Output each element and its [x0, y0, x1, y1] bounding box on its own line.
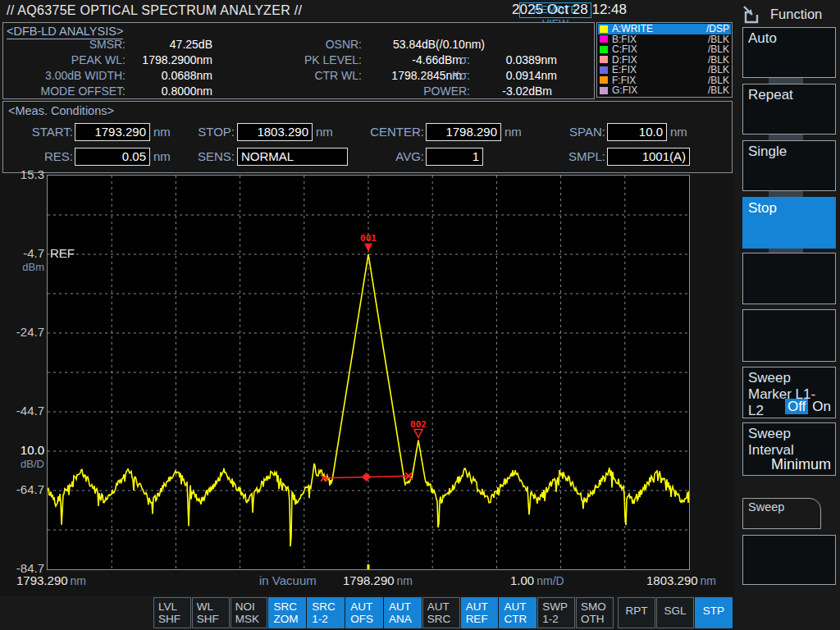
legend-row-f[interactable]: F:FIX/BLK: [598, 75, 731, 86]
peak-wl-value: 1798.2900nm: [126, 53, 212, 68]
toolbar-button-aut-ofs[interactable]: AUTOFS: [345, 597, 383, 628]
center-field[interactable]: 1798.290: [426, 123, 501, 141]
app-title: // AQ6375E OPTICAL SPECTRUM ANALYZER //: [7, 3, 302, 18]
toolbar-button-stp[interactable]: STP: [695, 597, 733, 628]
softkey-blank-1[interactable]: [742, 253, 836, 304]
res-field[interactable]: 0.05: [75, 148, 150, 166]
toolbar-sweep: RPT SGL STP: [618, 597, 733, 628]
softkey-stop[interactable]: Stop: [742, 197, 836, 249]
avg-field[interactable]: 1: [426, 148, 483, 166]
toolbar-button-aut-ref[interactable]: AUTREF: [461, 597, 499, 628]
softkey-connector: [769, 78, 803, 84]
x-axis-tick-label: 1.00nm/D: [510, 573, 564, 587]
width-3db-label: 3.00dB WIDTH:: [3, 69, 126, 84]
toolbar-button-src-1-2[interactable]: SRC1-2: [307, 597, 345, 628]
res-label: RES:: [9, 148, 73, 166]
span-field[interactable]: 10.0: [607, 123, 667, 141]
x-axis-unit-label: nm/D: [536, 574, 564, 587]
side-mode-analysis-line: [321, 472, 412, 481]
trace-color-swatch: [600, 25, 608, 33]
toolbar-main: LVLSHF WLSHF NOIMSK SRCZOM SRC1-2 AUTOFS…: [153, 597, 614, 628]
trace-color-swatch: [600, 35, 608, 43]
ref-level-label: REF: [50, 246, 75, 260]
peak-wl-label: PEAK WL:: [3, 53, 126, 68]
toolbar-button-smo-oth[interactable]: SMOOTH: [576, 597, 614, 628]
start-field[interactable]: 1793.290: [75, 123, 150, 141]
pk-level-label: PK LEVEL:: [212, 53, 362, 68]
legend-row-a[interactable]: A:WRITE/DSP: [598, 24, 731, 34]
function-pointer-icon: [741, 4, 762, 25]
osnr-label: OSNR:: [212, 38, 362, 52]
toolbar-button-aut-ctr[interactable]: AUTCTR: [499, 597, 536, 628]
ctr-wl-label: CTR WL:: [212, 69, 362, 84]
sens-label: SENS:: [169, 148, 235, 166]
sweep-marker-on-toggle[interactable]: On: [812, 399, 831, 414]
x-axis-tick-label: 1803.290nm: [646, 573, 716, 587]
legend-row-e[interactable]: E:FIX/BLK: [598, 65, 731, 75]
smsr-label: SMSR:: [3, 38, 126, 52]
smpl-label: SMPL:: [542, 148, 605, 166]
toolbar-button-src-zom[interactable]: SRCZOM: [268, 597, 306, 628]
x-axis-tick-label: 1793.290nm: [16, 573, 86, 587]
sweep-marker-off-toggle[interactable]: Off: [785, 399, 808, 414]
legend-row-c[interactable]: C:FIX/BLK: [598, 44, 731, 55]
peak-marker-002[interactable]: 002: [410, 419, 427, 438]
stop-unit: nm: [316, 123, 333, 141]
trace-color-swatch: [600, 56, 608, 63]
peak-marker-001[interactable]: 001: [360, 233, 377, 252]
y-axis-unit-label: dBm: [0, 260, 44, 274]
mode-offset-value: 0.8000nm: [126, 84, 212, 99]
y-axis-tick-label: 15.3: [0, 167, 44, 181]
stop-field[interactable]: 1803.290: [237, 123, 313, 141]
legend-row-b[interactable]: B:FIX/BLK: [598, 34, 731, 45]
toolbar-button-aut-ana[interactable]: AUTANA: [384, 597, 422, 628]
datetime: 2025 Oct 28 12:48: [512, 2, 627, 18]
sweep-interval-value: Minimum: [771, 456, 831, 472]
toolbar-button-sgl[interactable]: SGL: [656, 597, 694, 628]
softkey-blank-3[interactable]: [742, 535, 836, 585]
smsr-value: 47.25dB: [126, 38, 212, 52]
toolbar-button-rpt[interactable]: RPT: [618, 597, 655, 628]
spectrum-svg: 001002: [48, 176, 689, 569]
softkey-sweep-marker[interactable]: Sweep Marker L1-L2 OffOn: [742, 367, 836, 418]
sens-field[interactable]: NORMAL: [237, 148, 348, 166]
toolbar-button-swp-1-2[interactable]: SWP1-2: [537, 597, 575, 628]
x-axis-unit-label: nm: [397, 574, 413, 587]
softkey-connector: [769, 191, 803, 197]
smpl-field[interactable]: 1001(A): [607, 148, 690, 166]
span-label: SPAN:: [542, 123, 605, 141]
y-axis-tick-label: 10.0dB/D: [0, 443, 44, 471]
legend-row-d[interactable]: D:FIX/BLK: [598, 55, 731, 66]
toolbar-button-noi-msk[interactable]: NOIMSK: [231, 597, 268, 628]
y-axis-tick-label: -64.7: [0, 482, 44, 496]
trace-legend: A:WRITE/DSPB:FIX/BLKC:FIX/BLKD:FIX/BLKE:…: [596, 22, 733, 98]
start-unit: nm: [153, 123, 171, 141]
spectrum-plot[interactable]: 001002: [47, 175, 690, 570]
toolbar-button-aut-src[interactable]: AUTSRC: [422, 597, 460, 628]
softkey-blank-2[interactable]: [742, 309, 836, 362]
trace-name: G:FIX: [612, 84, 708, 96]
softkey-connector: [769, 135, 803, 140]
chart-region: 15.3-4.7dBm-24.7-44.710.0dB/D-64.7-84.7 …: [0, 174, 734, 596]
toolbar-button-wl-shf[interactable]: WLSHF: [192, 597, 230, 628]
toolbar-button-lvl-shf[interactable]: LVLSHF: [153, 597, 191, 628]
legend-row-g[interactable]: G:FIX/BLK: [598, 85, 731, 96]
ksigma-label: Kσ:: [411, 69, 470, 84]
width-3db-value: 0.0688nm: [126, 69, 212, 84]
ksigma-value: 0.0914nm: [470, 69, 557, 84]
trace-color-swatch: [600, 87, 608, 94]
dfb-ld-analysis-panel: <DFB-LD ANALYSIS> SMSR: 47.25dB OSNR: 53…: [2, 22, 595, 99]
span-unit: nm: [670, 123, 687, 141]
center-label: CENTER:: [354, 123, 424, 141]
softkey-auto[interactable]: Auto: [742, 27, 836, 78]
x-axis-tick-label: 1798.290nm: [343, 573, 413, 587]
power-value: -3.02dBm: [470, 84, 552, 99]
sweep-group-label: Sweep: [742, 498, 821, 529]
trace-status: /BLK: [708, 84, 729, 96]
y-axis-tick-label: -44.7: [0, 404, 44, 418]
function-header-label: Function: [770, 7, 822, 22]
softkey-sweep-interval[interactable]: Sweep Interval Minimum: [742, 422, 836, 476]
softkey-repeat[interactable]: Repeat: [742, 84, 836, 135]
trace-color-swatch: [600, 76, 608, 84]
softkey-single[interactable]: Single: [742, 140, 836, 191]
